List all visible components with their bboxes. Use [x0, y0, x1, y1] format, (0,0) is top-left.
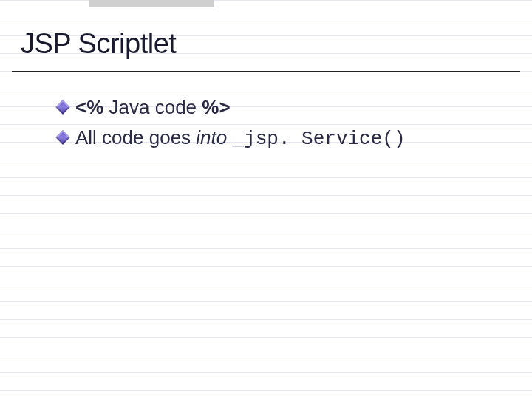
lead-text: All code goes — [75, 126, 196, 149]
italic-text: into — [196, 126, 232, 149]
diamond-bullet-icon — [55, 100, 70, 115]
top-sticky-note — [89, 0, 214, 7]
content-area: <% Java code %> All code goes into _jsp.… — [58, 95, 502, 157]
mid-text: Java code — [103, 96, 202, 118]
bullet-item: All code goes into _jsp. Service() — [58, 125, 502, 152]
bullet-text: All code goes into _jsp. Service() — [75, 125, 406, 152]
title-underline — [12, 71, 520, 72]
mono-text: _jsp. Service() — [232, 128, 405, 150]
slide: JSP Scriptlet <% Java code %> All code g… — [0, 0, 532, 399]
bullet-item: <% Java code %> — [58, 95, 502, 120]
slide-title: JSP Scriptlet — [21, 28, 176, 60]
diamond-bullet-icon — [55, 130, 70, 145]
open-tag: <% — [75, 96, 103, 118]
close-tag: %> — [202, 96, 230, 118]
bullet-text: <% Java code %> — [75, 95, 231, 120]
